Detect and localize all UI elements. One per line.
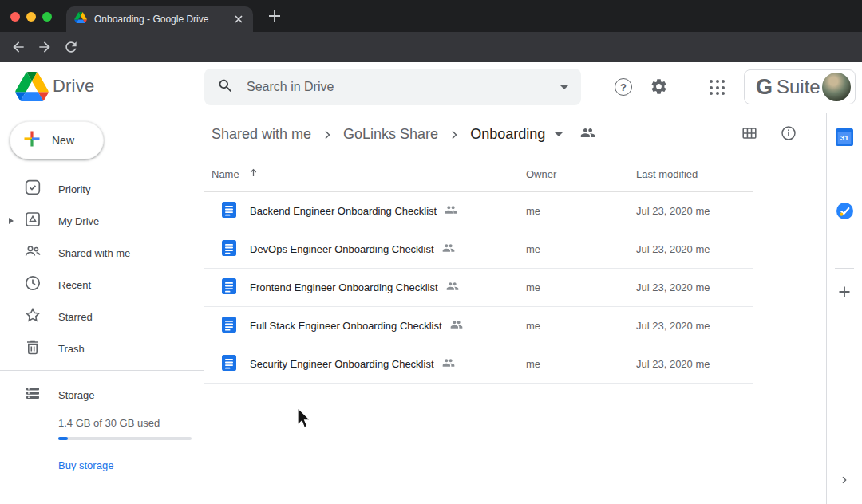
new-plus-icon xyxy=(22,129,42,152)
storage-section: Storage 1.4 GB of 30 GB used Buy storage xyxy=(0,370,204,472)
search-options-caret-icon[interactable] xyxy=(560,85,568,89)
shared-people-icon xyxy=(442,242,455,258)
shared-people-icon xyxy=(442,356,455,372)
sidebar-item-label: My Drive xyxy=(58,215,99,227)
back-icon[interactable] xyxy=(10,39,26,55)
column-header-modified[interactable]: Last modified xyxy=(636,168,753,180)
star-icon xyxy=(23,305,42,328)
browser-window: Onboarding - Google Drive drive.google.c… xyxy=(0,0,862,504)
storage-progress-fill xyxy=(58,437,68,440)
file-name: Security Engineer Onboarding Checklist xyxy=(250,358,434,370)
settings-gear-icon[interactable] xyxy=(650,77,668,99)
recent-clock-icon xyxy=(23,274,42,296)
help-glyph: ? xyxy=(620,81,627,93)
storage-usage-text: 1.4 GB of 30 GB used xyxy=(58,417,204,429)
drive-logo[interactable] xyxy=(15,72,49,104)
new-tab-button[interactable] xyxy=(267,8,283,24)
file-row[interactable]: Full Stack Engineer Onboarding Checklist… xyxy=(204,307,753,345)
breadcrumb-onboarding[interactable]: Onboarding xyxy=(470,126,545,143)
file-row[interactable]: Security Engineer Onboarding Checklist m… xyxy=(204,345,753,384)
search-icon[interactable] xyxy=(217,77,234,97)
storage-progress-bar xyxy=(58,437,192,440)
google-docs-icon xyxy=(222,202,236,221)
add-addon-button[interactable] xyxy=(836,284,852,303)
search-input[interactable]: Search in Drive xyxy=(204,69,581,105)
folder-menu-caret-icon[interactable] xyxy=(555,132,563,136)
sidebar-item-storage[interactable]: Storage xyxy=(0,382,204,408)
gsuite-account-chip[interactable]: G Suite xyxy=(744,69,856,104)
file-owner: me xyxy=(526,282,636,293)
sidebar-item-recent[interactable]: Recent xyxy=(0,269,204,301)
column-header-name[interactable]: Name xyxy=(212,168,239,180)
tab-close-icon[interactable] xyxy=(232,13,245,26)
browser-toolbar: drive.google.com/drive/folders/1oiCO1S-T… xyxy=(0,32,862,62)
shared-people-icon xyxy=(450,318,463,334)
sidebar-item-starred[interactable]: Starred xyxy=(0,301,204,333)
left-sidebar: New Priority My Drive Shared with xyxy=(0,113,204,504)
apps-grid-icon[interactable] xyxy=(710,80,725,95)
help-icon[interactable]: ? xyxy=(615,78,632,96)
new-button-label: New xyxy=(52,134,74,147)
calendar-icon[interactable]: 31 xyxy=(836,128,853,149)
gsuite-wordmark: Suite xyxy=(777,76,822,98)
buy-storage-link[interactable]: Buy storage xyxy=(58,459,113,471)
breadcrumb-shared-with-me[interactable]: Shared with me xyxy=(212,126,311,143)
calendar-day-label: 31 xyxy=(840,133,849,142)
my-drive-icon xyxy=(23,210,42,232)
google-docs-icon xyxy=(222,240,236,259)
right-panel: 31 xyxy=(826,113,862,504)
drive-wordmark: Drive xyxy=(53,76,94,96)
google-docs-icon xyxy=(222,278,236,297)
file-row[interactable]: Frontend Engineer Onboarding Checklist m… xyxy=(204,269,753,307)
sidebar-item-label: Shared with me xyxy=(58,247,130,259)
sort-ascending-icon[interactable] xyxy=(247,167,259,181)
tasks-icon[interactable] xyxy=(836,202,854,223)
close-window-button[interactable] xyxy=(10,12,20,22)
drive-favicon xyxy=(74,12,87,26)
file-modified: Jul 23, 2020 me xyxy=(636,205,753,217)
sidebar-item-shared-with-me[interactable]: Shared with me xyxy=(0,237,204,269)
account-avatar[interactable] xyxy=(822,73,851,101)
file-owner: me xyxy=(526,358,636,370)
table-header: Name Owner Last modified xyxy=(204,156,753,192)
sidebar-nav: Priority My Drive Shared with me Recen xyxy=(0,173,204,364)
breadcrumb-golinks-share[interactable]: GoLinks Share xyxy=(343,126,438,143)
shared-with-me-icon xyxy=(23,242,42,264)
file-name: Backend Engineer Onboarding Checklist xyxy=(250,205,437,217)
reload-icon[interactable] xyxy=(63,39,79,55)
folder-toolbar: Shared with me GoLinks Share Onboarding xyxy=(204,113,826,156)
breadcrumb-chevron-icon xyxy=(319,127,335,143)
new-button[interactable]: New xyxy=(10,121,104,159)
trash-icon xyxy=(23,337,42,360)
file-row[interactable]: Backend Engineer Onboarding Checklist me… xyxy=(204,192,753,230)
sidebar-item-label: Recent xyxy=(58,279,91,291)
sidebar-item-trash[interactable]: Trash xyxy=(0,333,204,364)
tab-strip: Onboarding - Google Drive xyxy=(0,0,862,32)
priority-icon xyxy=(23,178,42,200)
grid-view-icon[interactable] xyxy=(741,124,758,145)
search-placeholder: Search in Drive xyxy=(247,80,560,94)
forward-icon[interactable] xyxy=(37,39,53,55)
info-icon[interactable] xyxy=(780,124,797,145)
file-name: DevOps Engineer Onboarding Checklist xyxy=(250,243,434,255)
file-owner: me xyxy=(526,205,636,217)
file-owner: me xyxy=(526,320,636,332)
sidebar-item-my-drive[interactable]: My Drive xyxy=(0,205,204,237)
gsuite-g-logo: G xyxy=(756,75,773,100)
sidebar-item-priority[interactable]: Priority xyxy=(0,173,204,205)
minimize-window-button[interactable] xyxy=(26,12,36,22)
sidebar-item-label: Trash xyxy=(58,343,85,355)
file-modified: Jul 23, 2020 me xyxy=(636,358,753,370)
zoom-window-button[interactable] xyxy=(42,12,52,22)
sidebar-item-label: Starred xyxy=(58,311,93,323)
expand-arrow-icon[interactable] xyxy=(9,218,14,224)
browser-tab[interactable]: Onboarding - Google Drive xyxy=(66,6,253,32)
tab-title: Onboarding - Google Drive xyxy=(94,14,227,25)
google-docs-icon xyxy=(222,317,236,336)
storage-icon xyxy=(23,384,42,406)
file-row[interactable]: DevOps Engineer Onboarding Checklist me … xyxy=(204,230,753,269)
file-name: Full Stack Engineer Onboarding Checklist xyxy=(250,320,442,332)
collapse-panel-chevron-icon[interactable] xyxy=(838,474,851,490)
column-header-owner[interactable]: Owner xyxy=(526,168,636,180)
shared-people-icon xyxy=(446,280,459,296)
